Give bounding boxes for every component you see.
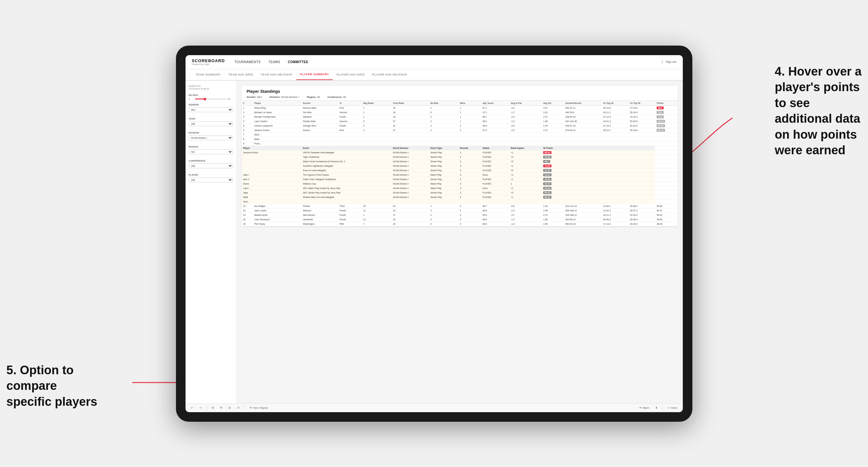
- evt-cell-w-points[interactable]: 25.38: [541, 186, 655, 190]
- cell-points[interactable]: [655, 132, 677, 137]
- sub-nav-player-h2h-grid[interactable]: PLAYER H2H GRID: [333, 69, 369, 80]
- slider-max: 52: [228, 98, 233, 100]
- toolbar-watch[interactable]: 👁 Watch: [638, 406, 651, 410]
- cell-points[interactable]: 39.95: [655, 217, 677, 222]
- toolbar-dash[interactable]: ⊟: [227, 406, 232, 410]
- cell-school: Ole Miss: [301, 110, 338, 115]
- table-row: 1 Wenyi Ding Arizona State First 1 15 1 …: [242, 105, 678, 110]
- cell-points[interactable]: 76.3: [655, 110, 677, 115]
- evt-cell-status: PLAYED: [481, 168, 509, 173]
- table-row: 23 Jack Lundin Missouri Fourth 11 24 0 0…: [242, 208, 678, 213]
- nav-teams[interactable]: TEAMS: [269, 59, 280, 65]
- cell-points[interactable]: 38.49: [655, 222, 677, 226]
- sidebar-division-select[interactable]: NCAA Division I: [189, 135, 233, 140]
- sidebar-year-select[interactable]: (All): [189, 121, 233, 126]
- toolbar: ↩ ↪ ⚙ ⧉ ⊟ ⏱ 👁 View: Original 👁 Watch ⬇ ↗…: [186, 403, 683, 412]
- cell-to-par: -1.8: [509, 222, 541, 226]
- cell-reg-rank: 1: [362, 110, 391, 115]
- cell-conf-rank: 24: [392, 204, 429, 208]
- evt-cell-division: [392, 199, 429, 204]
- evt-col-event: Event: [301, 146, 391, 150]
- evt-cell-w-points[interactable]: 53.60: [541, 155, 655, 159]
- standings-table: # Player School Yr Reg Rank Conf Rank No…: [242, 101, 678, 226]
- cell-points[interactable]: 80.89: [655, 123, 677, 128]
- sidebar-gender-select[interactable]: Men Women: [189, 107, 233, 112]
- cell-points[interactable]: 60.02: [655, 213, 677, 217]
- cell-conf-rank: [392, 137, 429, 141]
- sidebar-update-time: Update time: 27/01/2024 16:56:26: [189, 85, 233, 91]
- toolbar-redo[interactable]: ↪: [198, 406, 204, 410]
- sub-nav-player-summary[interactable]: PLAYER SUMMARY: [296, 69, 333, 80]
- cell-points[interactable]: 88.2: [655, 105, 677, 110]
- cell-avg-sg: 1.56: [541, 222, 564, 226]
- evt-cell-w-points[interactable]: 48.7: [541, 159, 655, 163]
- cell-points[interactable]: 60.68: [655, 204, 677, 208]
- cell-adj-score: [481, 137, 509, 141]
- evt-cell-w-points[interactable]: 30.47: [541, 181, 655, 186]
- cell-yr: Fourth: [338, 123, 362, 128]
- evt-cell-event: Amer An Intercollegiate: [301, 168, 391, 173]
- toolbar-settings[interactable]: ⚙: [210, 406, 216, 410]
- evt-cell-type: [429, 199, 458, 204]
- cell-reg-rank: 11: [362, 208, 391, 213]
- sidebar-region-select[interactable]: N/A: [189, 150, 233, 154]
- sidebar-conference-select[interactable]: (All): [189, 163, 233, 168]
- cell-points[interactable]: 38.34: [655, 119, 677, 123]
- sub-nav-player-h2h-heatmap[interactable]: PLAYER H2H HEATMAP: [369, 69, 411, 80]
- cell-avg-sg: 1.65: [541, 217, 564, 222]
- nav-committee[interactable]: COMMITTEE: [288, 59, 309, 65]
- cell-player: Petr Hruby: [253, 222, 302, 226]
- evt-cell-rounds: 3: [458, 186, 481, 190]
- cell-no-rds: 1: [429, 204, 458, 208]
- cell-vs50: 17-23-0: [628, 105, 655, 110]
- toolbar-copy[interactable]: ⧉: [219, 405, 224, 410]
- table-row: 26 Petr Hruby Washington Fifth 7 23 0 0 …: [242, 222, 678, 226]
- sidebar-player-select[interactable]: (All): [189, 178, 233, 182]
- col-avg-sg: Avg SG: [541, 101, 564, 106]
- cell-reg-rank: 10: [362, 204, 391, 208]
- cell-points[interactable]: 68.18: [655, 128, 677, 132]
- toolbar-share[interactable]: ↗ Share: [666, 406, 679, 410]
- evt-cell-w-points[interactable]: [541, 199, 655, 204]
- sub-nav-team-summary[interactable]: TEAM SUMMARY: [192, 69, 225, 80]
- cell-overall: 416-168-12: [564, 213, 601, 217]
- slider-track[interactable]: [195, 98, 227, 99]
- evt-cell-w-points[interactable]: 37.57: [541, 168, 655, 173]
- cell-player: Luke Clanton: [253, 119, 302, 123]
- cell-points[interactable]: [655, 137, 677, 141]
- cell-school: New Mexico: [301, 213, 338, 217]
- cell-yr: Fourth: [338, 217, 362, 222]
- cell-num: 8: [242, 137, 253, 141]
- evt-cell-status: PLAYED: [481, 190, 509, 195]
- cell-points[interactable]: [655, 141, 677, 146]
- cell-points[interactable]: 60.27: [655, 208, 677, 213]
- evt-cell-rank-impact: [509, 199, 541, 204]
- evt-cell-w-points[interactable]: 73.23: [541, 163, 655, 168]
- cell-vs25: 17-14-2: [601, 222, 628, 226]
- evt-cell-w-points[interactable]: 66.40: [541, 195, 655, 199]
- sub-nav-team-h2h-grid[interactable]: TEAM H2H GRID: [225, 69, 257, 80]
- cell-school: [301, 132, 338, 137]
- nav-tournaments[interactable]: TOURNAMENTS: [234, 59, 261, 65]
- event-row: Tiger SEC Stroke Play hosted by Jerry Pa…: [242, 190, 678, 195]
- sub-nav-team-h2h-heatmap[interactable]: TEAM H2H HEATMAP: [257, 69, 296, 80]
- cell-overall: 492-96-12: [564, 217, 601, 222]
- toolbar-undo[interactable]: ↩: [189, 406, 195, 410]
- evt-cell-event: SEC Match Play hosted by Jerry Pate: [301, 186, 391, 190]
- toolbar-download[interactable]: ⬇: [654, 406, 659, 410]
- main-content: Update time: 27/01/2024 16:56:26 No Rds.…: [186, 81, 683, 403]
- evt-cell-w-points[interactable]: 16.90: [541, 177, 655, 181]
- toolbar-view-original[interactable]: 👁 View: Original: [248, 406, 269, 410]
- cell-vs50: 50-16-8: [628, 128, 655, 132]
- cell-points[interactable]: 70.2: [655, 115, 677, 119]
- cell-reg-rank: [362, 141, 391, 146]
- toolbar-timer[interactable]: ⏱: [236, 406, 241, 410]
- cell-overall: 440-26-6: [564, 110, 601, 115]
- evt-cell-w-points[interactable]: 34.11: [541, 173, 655, 177]
- evt-cell-type: Stroke Play: [429, 155, 458, 159]
- evt-cell-division: NCAA Division I: [392, 195, 429, 199]
- event-row: Southern Highlands Collegiate NCAA Divis…: [242, 163, 678, 168]
- evt-cell-w-points[interactable]: 56.18: [541, 190, 655, 195]
- sign-out-link[interactable]: Sign out: [665, 60, 676, 63]
- evt-cell-w-points[interactable]: 60.64: [541, 150, 655, 155]
